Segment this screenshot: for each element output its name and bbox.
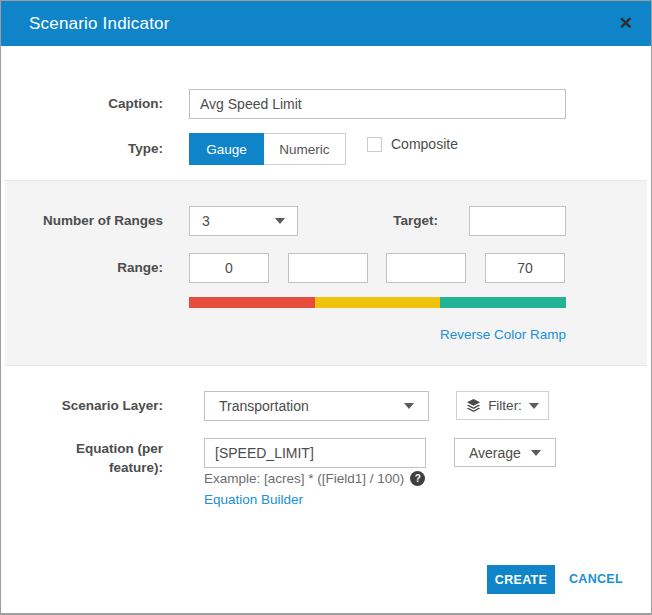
ramp-segment-yellow [315, 297, 441, 308]
dialog-title: Scenario Indicator [1, 14, 170, 34]
aggregation-value: Average [469, 445, 521, 461]
target-input[interactable] [469, 206, 566, 236]
ramp-segment-green [440, 297, 566, 308]
range-label: Range: [1, 253, 163, 283]
scenario-layer-label: Scenario Layer: [1, 391, 163, 421]
number-of-ranges-label: Number of Ranges [1, 206, 163, 236]
type-label: Type: [1, 133, 163, 165]
number-of-ranges-value: 3 [202, 213, 210, 229]
cancel-button[interactable]: CANCEL [567, 565, 625, 594]
filter-button[interactable]: Filter: [456, 391, 549, 420]
ramp-segment-red [189, 297, 315, 308]
chevron-down-icon [404, 403, 414, 409]
color-ramp [189, 297, 566, 308]
range-input-4[interactable] [485, 253, 565, 283]
scenario-indicator-dialog: Scenario Indicator ✕ Caption: Type: Gaug… [0, 0, 652, 615]
caption-input[interactable] [189, 89, 566, 119]
type-toggle: Gauge Numeric [189, 133, 346, 165]
scenario-layer-select[interactable]: Transportation [204, 391, 429, 421]
chevron-down-icon [529, 403, 539, 409]
equation-example-row: Example: [acres] * ([Field1] / 100) ? [204, 469, 425, 487]
aggregation-select[interactable]: Average [454, 438, 556, 467]
equation-builder-link[interactable]: Equation Builder [204, 491, 303, 509]
dialog-header: Scenario Indicator ✕ [1, 1, 651, 46]
scenario-layer-value: Transportation [219, 398, 309, 414]
help-icon[interactable]: ? [410, 471, 425, 486]
range-input-2[interactable] [288, 253, 368, 283]
equation-label: Equation (per feature): [43, 439, 163, 477]
equation-example-text: Example: [acres] * ([Field1] / 100) [204, 471, 404, 486]
composite-option: Composite [367, 132, 458, 156]
filter-label: Filter: [488, 398, 522, 413]
range-input-1[interactable] [189, 253, 269, 283]
reverse-color-ramp-link[interactable]: Reverse Color Ramp [366, 325, 566, 345]
caption-label: Caption: [1, 89, 163, 119]
target-label: Target: [278, 206, 438, 236]
range-input-3[interactable] [386, 253, 466, 283]
composite-label: Composite [391, 136, 458, 152]
layers-icon [466, 398, 481, 413]
close-icon[interactable]: ✕ [619, 1, 633, 46]
type-gauge-button[interactable]: Gauge [189, 133, 264, 165]
equation-input[interactable] [204, 438, 426, 468]
composite-checkbox[interactable] [367, 137, 382, 152]
type-numeric-button[interactable]: Numeric [264, 133, 346, 165]
chevron-down-icon [531, 450, 541, 456]
create-button[interactable]: CREATE [487, 565, 555, 594]
